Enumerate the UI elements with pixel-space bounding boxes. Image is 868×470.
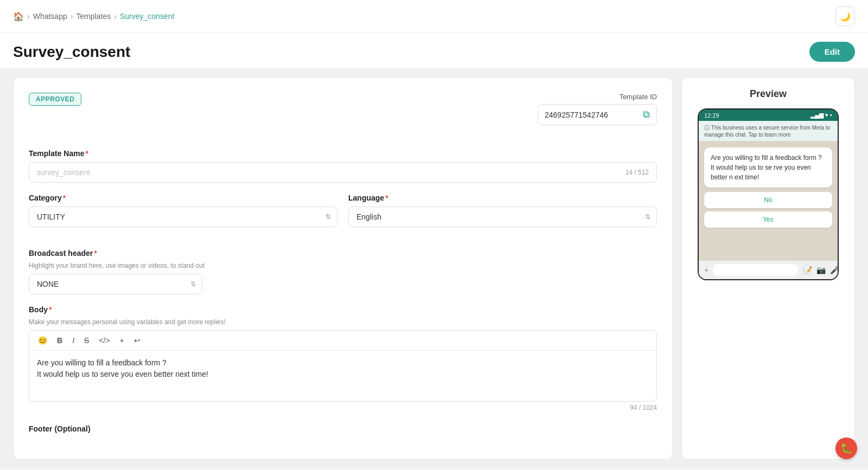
page-header: Survey_consent Edit xyxy=(0,33,868,68)
template-id-input-wrap: 246925771542746 ⧉ xyxy=(538,104,657,125)
template-id-value: 246925771542746 xyxy=(545,111,639,119)
phone-signal: ▂▄▆ ▾ ▪ xyxy=(810,112,832,119)
bug-button[interactable]: 🐛 xyxy=(835,437,857,459)
template-name-char-count: 14 / 512 xyxy=(626,169,649,176)
phone-mock: 12:29 ▂▄▆ ▾ ▪ ⓘ This business uses a sec… xyxy=(698,108,839,280)
footer-label: Footer (Optional) xyxy=(29,424,657,433)
page-title: Survey_consent xyxy=(13,43,130,61)
body-hint: Make your messages personal using variab… xyxy=(29,318,657,326)
phone-info-banner: ⓘ This business uses a secure service fr… xyxy=(699,121,838,141)
template-name-label: Template Name* xyxy=(29,149,657,158)
mic-icon[interactable]: 🎤 xyxy=(830,266,839,274)
edit-button[interactable]: Edit xyxy=(809,42,855,62)
breadcrumb-sep-1: › xyxy=(27,12,30,21)
status-badge: APPROVED xyxy=(29,93,81,106)
broadcast-header-field: Broadcast header* Highlight your brand h… xyxy=(29,249,657,294)
category-select-wrap: UTILITY xyxy=(29,207,337,227)
main-content: APPROVED Template ID 246925771542746 ⧉ T… xyxy=(0,68,868,468)
breadcrumb-whatsapp[interactable]: Whatsapp xyxy=(33,12,67,21)
emoji-button[interactable]: 😊 xyxy=(36,335,49,346)
broadcast-header-hint: Highlight your brand here, use images or… xyxy=(29,262,657,269)
body-toolbar: 😊 B I S </> + ↩ xyxy=(29,331,656,351)
info-text: ⓘ This business uses a secure service fr… xyxy=(704,124,832,138)
breadcrumb-sep-3: › xyxy=(114,12,117,21)
form-panel: APPROVED Template ID 246925771542746 ⧉ T… xyxy=(13,77,673,460)
copy-icon[interactable]: ⧉ xyxy=(643,109,650,120)
body-textarea[interactable]: Are you willing to fill a feedback form … xyxy=(29,351,656,400)
chat-area: Are you willing to fill a feedback form … xyxy=(699,141,838,260)
footer-field: Footer (Optional) xyxy=(29,424,657,433)
undo-button[interactable]: ↩ xyxy=(132,335,143,346)
header-row: APPROVED Template ID 246925771542746 ⧉ xyxy=(29,93,657,136)
phone-text-input[interactable] xyxy=(713,264,799,276)
language-field: Language* English xyxy=(348,194,657,227)
camera-icon[interactable]: 📷 xyxy=(816,266,826,274)
category-language-row: Category* UTILITY Language* English xyxy=(29,194,657,238)
plus-icon[interactable]: + xyxy=(704,266,709,274)
template-id-label: Template ID xyxy=(620,93,657,101)
broadcast-header-select-wrap: NONE xyxy=(29,274,202,294)
body-field: Body* Make your messages personal using … xyxy=(29,305,657,414)
strikethrough-button[interactable]: S xyxy=(82,335,91,346)
phone-status-bar: 12:29 ▂▄▆ ▾ ▪ xyxy=(699,110,838,121)
dark-mode-button[interactable]: 🌙 xyxy=(835,7,855,26)
code-button[interactable]: </> xyxy=(97,335,112,346)
chat-bubble: Are you willing to fill a feedback form … xyxy=(704,147,832,188)
category-select[interactable]: UTILITY xyxy=(29,207,337,227)
breadcrumb-current: Survey_consent xyxy=(120,12,174,21)
body-char-count: 94 / 1024 xyxy=(29,402,657,414)
category-label: Category* xyxy=(29,194,337,202)
home-icon[interactable]: 🏠 xyxy=(13,11,24,22)
body-field-wrap: 😊 B I S </> + ↩ Are you willing to fill … xyxy=(29,330,657,402)
breadcrumb-sep-2: › xyxy=(71,12,73,21)
broadcast-header-select[interactable]: NONE xyxy=(29,274,202,294)
language-select[interactable]: English xyxy=(348,207,657,227)
top-bar: 🏠 › Whatsapp › Templates › Survey_consen… xyxy=(0,0,868,33)
broadcast-header-label: Broadcast header* xyxy=(29,249,657,257)
language-select-wrap: English xyxy=(348,207,657,227)
variable-button[interactable]: + xyxy=(118,335,126,346)
chat-btn-no[interactable]: No xyxy=(704,192,832,208)
template-id-section: Template ID 246925771542746 ⧉ xyxy=(538,93,657,125)
breadcrumb-templates[interactable]: Templates xyxy=(76,12,111,21)
preview-panel: Preview 12:29 ▂▄▆ ▾ ▪ ⓘ This business us… xyxy=(681,77,855,460)
language-label: Language* xyxy=(348,194,657,202)
body-label: Body* xyxy=(29,305,657,314)
italic-button[interactable]: I xyxy=(70,335,76,346)
bold-button[interactable]: B xyxy=(55,335,65,346)
breadcrumb: 🏠 › Whatsapp › Templates › Survey_consen… xyxy=(13,11,174,22)
phone-time: 12:29 xyxy=(704,112,719,119)
status-badge-wrap: APPROVED xyxy=(29,93,81,117)
template-name-field: Template Name* survey_consent 14 / 512 xyxy=(29,149,657,183)
note-icon[interactable]: 📝 xyxy=(803,266,812,274)
phone-input-bar: + 📝 📷 🎤 xyxy=(699,260,838,279)
template-name-input[interactable]: survey_consent 14 / 512 xyxy=(29,162,657,183)
chat-btn-yes[interactable]: Yes xyxy=(704,211,832,228)
category-field: Category* UTILITY xyxy=(29,194,337,227)
preview-title: Preview xyxy=(750,88,787,100)
